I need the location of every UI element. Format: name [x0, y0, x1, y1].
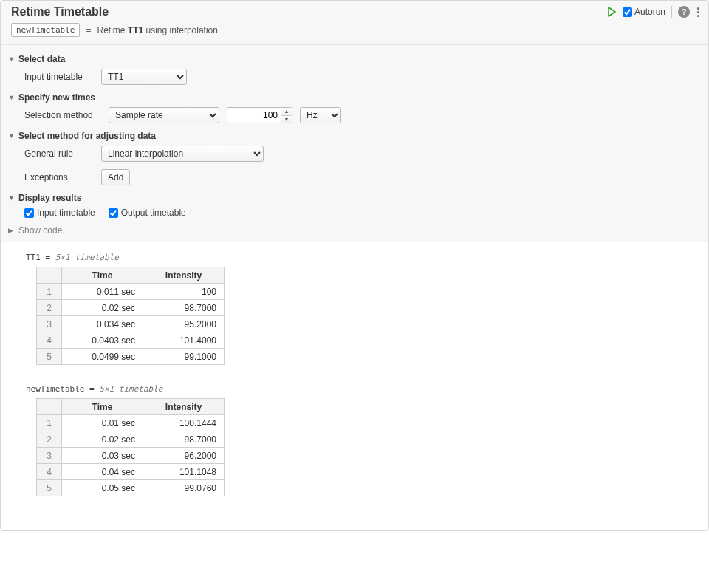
table-row: 40.04 sec101.1048	[37, 464, 225, 480]
exceptions-row: Exceptions Add	[24, 169, 701, 185]
retime-timetable-panel: Retime Timetable Autorun ? newTimetable …	[0, 0, 709, 531]
collapse-icon: ▼	[8, 194, 16, 202]
sample-rate-spinner[interactable]: ▲ ▼	[227, 107, 292, 123]
cell-value: 101.4000	[143, 332, 225, 349]
input-timetable-select[interactable]: TT1	[101, 69, 187, 85]
output-timetable-checkbox[interactable]: Output timetable	[109, 208, 186, 218]
tt1-table: Time Intensity 10.011 sec10020.02 sec98.…	[36, 267, 225, 365]
col-time: Time	[62, 399, 143, 415]
cell-value: 98.7000	[143, 431, 225, 448]
selection-method-label: Selection method	[24, 110, 101, 120]
help-icon[interactable]: ?	[678, 6, 690, 18]
out-body: 10.01 sec100.144420.02 sec98.700030.03 s…	[37, 415, 225, 496]
row-number: 1	[37, 415, 62, 431]
cell-time: 0.034 sec	[62, 316, 143, 332]
input-timetable-label: Input timetable	[24, 72, 94, 82]
results-area: TT1 = 5×1 timetable Time Intensity 10.01…	[1, 242, 708, 530]
row-number: 4	[37, 332, 62, 349]
tt1-body: 10.011 sec10020.02 sec98.700030.034 sec9…	[37, 284, 225, 365]
cell-time: 0.011 sec	[62, 284, 143, 300]
output-timetable-check[interactable]	[109, 208, 118, 218]
add-exception-button[interactable]: Add	[101, 169, 130, 185]
config-area: ▼ Select data Input timetable TT1 ▼ Spec…	[1, 44, 708, 242]
table-row: 50.05 sec99.0760	[37, 480, 225, 496]
show-code-toggle[interactable]: ▶ Show code	[8, 225, 701, 236]
collapse-icon: ▼	[8, 94, 16, 101]
summary-row: newTimetable = Retime TT1 using interpol…	[1, 21, 708, 44]
section-select-data[interactable]: ▼ Select data	[8, 54, 701, 64]
corner-cell	[37, 267, 62, 284]
section-display-results[interactable]: ▼ Display results	[8, 193, 701, 203]
table-row: 30.034 sec95.2000	[37, 316, 225, 332]
selection-method-select[interactable]: Sample rate	[109, 107, 219, 123]
cell-value: 99.1000	[143, 349, 225, 365]
row-number: 2	[37, 431, 62, 448]
section-title: Select method for adjusting data	[18, 131, 156, 141]
table-row: 10.01 sec100.1444	[37, 415, 225, 431]
sample-rate-input[interactable]	[227, 108, 281, 123]
section-title: Select data	[18, 54, 65, 64]
cell-time: 0.05 sec	[62, 480, 143, 496]
cell-value: 100	[143, 284, 225, 300]
summary-text: Retime TT1 using interpolation	[97, 25, 218, 35]
section-adjust-method[interactable]: ▼ Select method for adjusting data	[8, 131, 701, 141]
row-number: 2	[37, 300, 62, 316]
spin-up-button[interactable]: ▲	[281, 108, 292, 115]
show-code-label: Show code	[18, 225, 62, 236]
sample-rate-unit-select[interactable]: Hz	[300, 107, 341, 123]
more-menu-icon[interactable]	[696, 6, 701, 18]
section-specify-times[interactable]: ▼ Specify new times	[8, 92, 701, 103]
exceptions-label: Exceptions	[24, 172, 94, 182]
cell-value: 101.1048	[143, 464, 225, 480]
table-row: 20.02 sec98.7000	[37, 431, 225, 448]
general-rule-label: General rule	[24, 148, 94, 159]
spin-down-button[interactable]: ▼	[281, 115, 292, 123]
cell-value: 98.7000	[143, 300, 225, 316]
table-row: 30.03 sec96.2000	[37, 448, 225, 464]
expand-icon: ▶	[8, 227, 16, 234]
panel-header: Retime Timetable Autorun ?	[1, 1, 708, 21]
table-row: 40.0403 sec101.4000	[37, 332, 225, 349]
input-timetable-check[interactable]	[24, 208, 34, 218]
equals-sign: =	[86, 25, 91, 35]
run-icon[interactable]	[606, 7, 617, 17]
section-title: Specify new times	[18, 92, 95, 103]
cell-time: 0.02 sec	[62, 431, 143, 448]
row-number: 5	[37, 349, 62, 365]
autorun-toggle[interactable]: Autorun	[623, 7, 665, 17]
cell-time: 0.04 sec	[62, 464, 143, 480]
output-variable-box[interactable]: newTimetable	[11, 23, 80, 37]
row-number: 3	[37, 448, 62, 464]
col-time: Time	[62, 267, 143, 284]
cell-time: 0.0499 sec	[62, 349, 143, 365]
col-intensity: Intensity	[143, 267, 225, 284]
out-title: newTimetable = 5×1 timetable	[26, 384, 701, 394]
general-rule-select[interactable]: Linear interpolation	[101, 146, 264, 162]
cell-value: 100.1444	[143, 415, 225, 431]
table-row: 20.02 sec98.7000	[37, 300, 225, 316]
selection-method-row: Selection method Sample rate ▲ ▼ Hz	[24, 107, 701, 123]
collapse-icon: ▼	[8, 55, 16, 63]
autorun-checkbox[interactable]	[623, 7, 632, 17]
collapse-icon: ▼	[8, 132, 16, 140]
col-intensity: Intensity	[143, 399, 225, 415]
section-title: Display results	[18, 193, 81, 203]
corner-cell	[37, 399, 62, 415]
input-timetable-checkbox[interactable]: Input timetable	[24, 208, 95, 218]
autorun-label: Autorun	[634, 7, 665, 17]
cell-value: 99.0760	[143, 480, 225, 496]
cell-time: 0.03 sec	[62, 448, 143, 464]
tt1-title: TT1 = 5×1 timetable	[26, 253, 701, 262]
cell-time: 0.02 sec	[62, 300, 143, 316]
output-table: Time Intensity 10.01 sec100.144420.02 se…	[36, 398, 225, 496]
input-timetable-row: Input timetable TT1	[24, 69, 701, 85]
panel-title: Retime Timetable	[11, 5, 109, 18]
cell-value: 96.2000	[143, 448, 225, 464]
divider	[671, 6, 672, 18]
row-number: 4	[37, 464, 62, 480]
table-row: 50.0499 sec99.1000	[37, 349, 225, 365]
general-rule-row: General rule Linear interpolation	[24, 146, 701, 162]
cell-time: 0.01 sec	[62, 415, 143, 431]
cell-value: 95.2000	[143, 316, 225, 332]
row-number: 1	[37, 284, 62, 300]
